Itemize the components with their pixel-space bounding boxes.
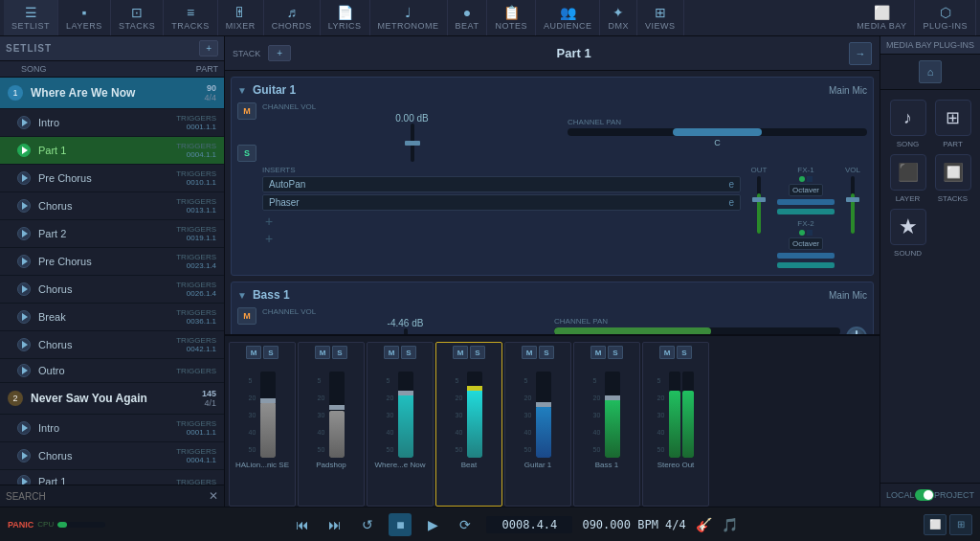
rewind-button[interactable]: ⏮ xyxy=(291,513,314,536)
add-stack-button[interactable]: + xyxy=(268,45,291,61)
play-btn-break[interactable] xyxy=(17,310,31,324)
play-btn-s2-part1[interactable] xyxy=(17,475,31,485)
stop-button[interactable]: ■ xyxy=(389,513,412,536)
toolbar-beat[interactable]: ● BEAT xyxy=(448,0,488,35)
toolbar-dmx[interactable]: ✦ DMX xyxy=(600,0,637,35)
solo-guitar1-button[interactable]: S xyxy=(237,145,256,162)
mini-fader-track-stereoout-l[interactable] xyxy=(669,372,680,458)
right-item-song[interactable]: ♪ SONG xyxy=(888,100,927,148)
play-btn-part2[interactable] xyxy=(17,227,31,240)
collapse-guitar1-button[interactable]: ▼ xyxy=(237,85,247,96)
right-item-sound[interactable]: ★ SOUND xyxy=(888,209,927,258)
part-item-prechorus2[interactable]: Pre Chorus TRIGGERS 0023.1.4 xyxy=(0,248,224,276)
toolbar-views[interactable]: ⊞ VIEWS xyxy=(637,0,684,35)
play-btn-chorus1[interactable] xyxy=(17,199,31,213)
toolbar-tracks[interactable]: ≡ TRACKS xyxy=(164,0,218,35)
mini-solo-wherenow[interactable]: S xyxy=(401,346,416,359)
mute-bass1-button[interactable]: M xyxy=(237,307,256,325)
toolbar-metronome[interactable]: ♩ METRONOME xyxy=(370,0,448,35)
audio-icon[interactable]: 🎵 xyxy=(722,517,738,532)
tuner-icon[interactable]: 🎸 xyxy=(696,517,712,532)
play-button[interactable]: ▶ xyxy=(421,513,444,536)
insert-autopan-button[interactable]: AutoPan e xyxy=(262,176,741,192)
mini-solo-padshop[interactable]: S xyxy=(332,346,347,359)
part-item-intro-1[interactable]: Intro TRIGGERS 0001.1.1 xyxy=(0,109,224,137)
play-btn-prechorus1[interactable] xyxy=(17,171,31,185)
search-input[interactable] xyxy=(6,491,209,502)
play-btn-chorus3[interactable] xyxy=(17,338,31,351)
local-project-toggle[interactable] xyxy=(915,489,934,501)
toolbar-stacks[interactable]: ⊡ STACKS xyxy=(111,0,164,35)
pan-knob-bass1[interactable] xyxy=(846,327,867,334)
play-btn-part1[interactable] xyxy=(17,144,31,157)
search-clear-button[interactable]: ✕ xyxy=(209,489,218,503)
add-insert-button[interactable]: + xyxy=(262,213,741,230)
collapse-bass1-button[interactable]: ▼ xyxy=(237,290,247,301)
toolbar-setlist[interactable]: ☰ SETLIST xyxy=(4,0,58,35)
mini-solo-halion[interactable]: S xyxy=(263,346,278,359)
fx1-name-guitar1[interactable]: Octaver xyxy=(789,184,823,196)
play-btn-s2-intro[interactable] xyxy=(17,421,31,435)
part-item-s2-part1[interactable]: Part 1 TRIGGERS xyxy=(0,470,224,485)
mini-mute-wherenow[interactable]: M xyxy=(384,346,399,359)
part-item-chorus2[interactable]: Chorus TRIGGERS 0026.1.4 xyxy=(0,276,224,304)
part-item-prechorus1[interactable]: Pre Chorus TRIGGERS 0010.1.1 xyxy=(0,165,224,192)
play-btn-s2-chorus[interactable] xyxy=(17,449,31,462)
mini-mute-beat[interactable]: M xyxy=(453,346,468,359)
mini-fader-track-wherenow[interactable] xyxy=(398,372,413,458)
toolbar-notes[interactable]: 📋 NOTES xyxy=(487,0,536,35)
mini-mute-padshop[interactable]: M xyxy=(315,346,330,359)
part-item-s2-chorus[interactable]: Chorus TRIGGERS 0004.1.1 xyxy=(0,442,224,470)
part-item-outro[interactable]: Outro TRIGGERS xyxy=(0,359,224,383)
right-item-stacks[interactable]: 🔲 STACKS xyxy=(933,154,972,203)
add-insert2-button[interactable]: + xyxy=(262,230,741,247)
play-btn-prechorus2[interactable] xyxy=(17,255,31,268)
part-item-break[interactable]: Break TRIGGERS 0036.1.1 xyxy=(0,304,224,331)
play-btn-chorus2[interactable] xyxy=(17,282,31,296)
toolbar-mixer[interactable]: 🎚 MIXER xyxy=(218,0,264,35)
toolbar-lyrics[interactable]: 📄 LYRICS xyxy=(321,0,370,35)
play-btn-intro-1[interactable] xyxy=(17,116,31,129)
mini-fader-track-beat[interactable] xyxy=(467,372,482,458)
mini-mute-bass1-bottom[interactable]: M xyxy=(590,346,606,359)
part-item-part1[interactable]: Part 1 TRIGGERS 0004.1.1 xyxy=(0,137,224,165)
loop-back-button[interactable]: ↺ xyxy=(356,513,379,536)
toolbar-layers[interactable]: ▪ LAYERS xyxy=(58,0,111,35)
mini-mute-stereoout[interactable]: M xyxy=(659,346,675,359)
mini-mute-halion[interactable]: M xyxy=(246,346,261,359)
part-item-chorus1[interactable]: Chorus TRIGGERS 0013.1.1 xyxy=(0,192,224,220)
toolbar-chords[interactable]: ♬ CHORDS xyxy=(264,0,321,35)
mini-fader-track-bass1-bottom[interactable] xyxy=(605,372,620,458)
song-item-2[interactable]: 2 Never Saw You Again 145 4/1 xyxy=(0,383,224,415)
song-item-1[interactable]: 1 Where Are We Now 90 4/4 xyxy=(0,78,224,109)
cycle-button[interactable]: ⟳ xyxy=(454,513,477,536)
mute-guitar1-button[interactable]: M xyxy=(237,102,256,120)
add-song-button[interactable]: + xyxy=(199,40,218,56)
view-btn-1[interactable]: ⬜ xyxy=(924,514,947,535)
play-btn-outro[interactable] xyxy=(17,364,31,377)
mini-solo-beat[interactable]: S xyxy=(470,346,485,359)
part-item-part2[interactable]: Part 2 TRIGGERS 0019.1.1 xyxy=(0,220,224,248)
mini-solo-stereoout[interactable]: S xyxy=(677,346,692,359)
right-item-layer[interactable]: ⬛ LAYER xyxy=(888,154,927,203)
insert-autopan-edit[interactable]: e xyxy=(728,179,734,190)
mini-fader-track-guitar1-bottom[interactable] xyxy=(536,372,551,458)
mini-mute-guitar1-bottom[interactable]: M xyxy=(522,346,537,359)
mini-solo-guitar1-bottom[interactable]: S xyxy=(539,346,554,359)
fx2-name-guitar1[interactable]: Octaver xyxy=(789,237,823,250)
insert-phaser-edit[interactable]: e xyxy=(728,197,734,208)
mini-fader-track-stereoout-r[interactable] xyxy=(682,372,694,458)
home-button[interactable]: ⌂ xyxy=(919,60,942,83)
toolbar-mediabay[interactable]: ⬜ MEDIA BAY xyxy=(849,0,915,35)
toolbar-audience[interactable]: 👥 AUDIENCE xyxy=(536,0,601,35)
navigate-forward-button[interactable]: → xyxy=(849,42,872,65)
part-item-chorus3[interactable]: Chorus TRIGGERS 0042.1.1 xyxy=(0,331,224,359)
view-btn-2[interactable]: ⊞ xyxy=(949,514,972,535)
insert-phaser-button[interactable]: Phaser e xyxy=(262,194,741,211)
mini-fader-track-halion[interactable] xyxy=(260,372,276,458)
part-item-s2-intro[interactable]: Intro TRIGGERS 0001.1.1 xyxy=(0,415,224,442)
forward-button[interactable]: ⏭ xyxy=(323,513,346,536)
mini-fader-track-padshop[interactable] xyxy=(329,372,345,458)
mini-solo-bass1-bottom[interactable]: S xyxy=(608,346,623,359)
toolbar-plugins[interactable]: ⬡ PLUG-INS xyxy=(915,0,976,35)
